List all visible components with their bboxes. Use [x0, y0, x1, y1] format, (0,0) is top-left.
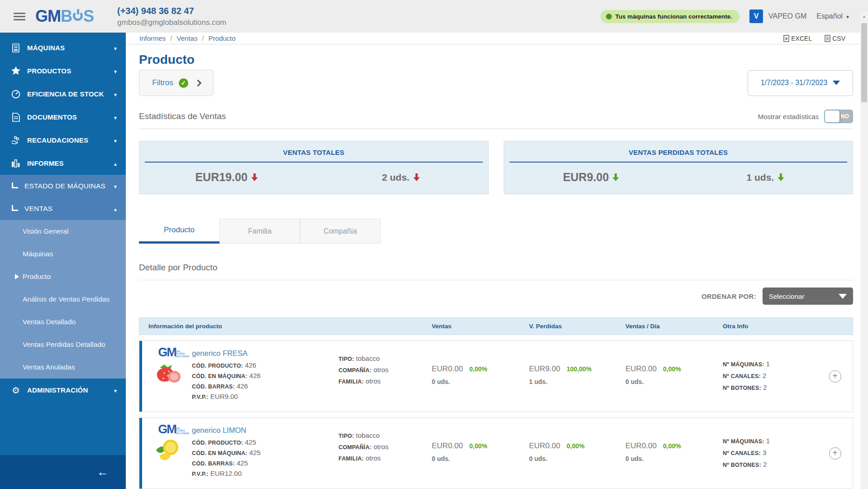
document-icon	[10, 113, 22, 122]
sidebar-item-label: INFORMES	[27, 159, 113, 167]
col-informacion: Información del producto	[139, 323, 432, 330]
language-label: Español	[816, 12, 843, 20]
chevron-up-icon	[113, 205, 118, 213]
sort-by-label: ORDENAR POR:	[701, 292, 756, 300]
sublevel-icon	[12, 182, 18, 188]
sidebar-item-estado-de-maquinas[interactable]: ESTADO DE MÁQUINAS	[0, 175, 126, 197]
perdidas-cell: EUR9.00100,00% 1 uds.	[529, 341, 625, 412]
sidebar-item-administracion[interactable]: ⚙ ADMINISTRACIÓN	[0, 379, 126, 402]
ventas-totales-card: VENTAS TOTALES EUR19.00 2 uds.	[139, 141, 489, 194]
scrollbar[interactable]	[860, 11, 868, 489]
sort-by-value: Seleccionar	[769, 292, 804, 300]
show-stats-toggle[interactable]: NO	[824, 110, 853, 123]
machine-status-badge: Tus máquinas funcionan correctamente.	[601, 10, 740, 23]
chevron-down-icon	[113, 113, 118, 121]
sidebar-item-ventas[interactable]: VENTAS	[0, 197, 126, 220]
cod-barras-value: 426	[237, 382, 248, 390]
collapse-sidebar-icon[interactable]: ←	[97, 465, 109, 479]
sidebar-item-ventas-detallado[interactable]: Ventas Detallado	[0, 311, 126, 333]
table-header: Información del producto Ventas V. Perdi…	[139, 317, 853, 335]
export-csv-button[interactable]: CSV	[825, 35, 845, 42]
strawberry-image	[151, 360, 183, 388]
sidebar-item-ventas-perdidas-detallado[interactable]: Ventas Perdidas Detallado	[0, 333, 126, 356]
chevron-down-icon	[113, 90, 118, 98]
chevron-down-icon	[113, 136, 118, 144]
email-address: gmbos@gmglobalsolutions.com	[117, 18, 226, 27]
gm-brand-logo: GMGM GLOBAL SOLUTIONS	[158, 423, 176, 436]
sidebar-spacer	[0, 402, 126, 455]
active-item-arrow-icon	[15, 274, 19, 279]
chevron-up-icon	[113, 159, 118, 168]
sidebar-item-label: ADMINISTRACIÓN	[27, 386, 113, 394]
breadcrumb-informes[interactable]: Informes	[139, 34, 166, 42]
trend-down-icon	[777, 173, 784, 181]
sidebar-item-ventas-anuladas[interactable]: Ventas Anuladas	[0, 356, 126, 379]
ventas-perdidas-card: VENTAS PERDIDAS TOTALES EUR9.00 1 uds.	[504, 141, 854, 194]
sort-by-dropdown[interactable]: Seleccionar	[763, 288, 853, 305]
app-logo[interactable]: GMBS	[35, 7, 94, 26]
expand-row-button[interactable]	[829, 447, 841, 460]
sidebar-item-eficiencia-de-stock[interactable]: EFICIENCIA DE STOCK	[0, 82, 126, 105]
sidebar-item-label: RECAUDACIONES	[27, 136, 113, 144]
expand-row-button[interactable]	[829, 370, 841, 383]
chevron-down-icon	[845, 12, 850, 20]
sidebar-item-informes[interactable]: INFORMES	[0, 152, 126, 175]
sidebar-item-productos[interactable]: PRODUCTOS	[0, 59, 126, 82]
export-excel-button[interactable]: EXCEL	[783, 35, 812, 42]
filters-button[interactable]: Filtros	[139, 70, 214, 96]
sidebar-item-label: VENTAS	[24, 205, 113, 213]
sidebar-item-recaudaciones[interactable]: RECAUDACIONES	[0, 129, 126, 152]
chevron-right-icon	[194, 79, 201, 86]
card-title: VENTAS TOTALES	[139, 149, 488, 156]
cod-maquina-value: 426	[249, 372, 261, 379]
scrollbar-up-arrow[interactable]	[860, 11, 868, 19]
page-title: Producto	[139, 53, 853, 67]
sidebar-item-label: EFICIENCIA DE STOCK	[27, 90, 113, 98]
sidebar-item-label: ESTADO DE MÁQUINAS	[24, 182, 113, 190]
ventas-submenu: Visión General Máquinas Producto Análisi…	[0, 220, 126, 379]
cod-producto-value: 425	[245, 438, 256, 446]
breadcrumb: Informes / Ventas / Producto	[139, 34, 236, 42]
sidebar-item-producto[interactable]: Producto	[0, 265, 126, 288]
sidebar-item-maquinas-sub[interactable]: Máquinas	[0, 243, 126, 265]
ventas-dia-cell: EUR0.000,00% 0 uds.	[625, 341, 723, 412]
scrollbar-thumb[interactable]	[861, 23, 867, 102]
top-header: GMBS (+34) 948 36 82 47 gmbos@gmglobalso…	[0, 0, 868, 33]
phone-number: (+34) 948 36 82 47	[117, 6, 226, 16]
account-name[interactable]: VAPEO GM	[768, 12, 806, 20]
date-range-value: 1/7/2023 - 31/7/2023	[761, 79, 828, 87]
sidebar-footer: ←	[0, 455, 126, 489]
hand-coins-icon	[10, 136, 22, 145]
lost-sales-units: 1 uds.	[747, 172, 774, 183]
tab-producto[interactable]: Producto	[139, 219, 219, 244]
product-name[interactable]: generico FRESA	[192, 349, 339, 358]
toggle-state: NO	[841, 113, 852, 120]
logo-text-s: S	[83, 7, 94, 26]
sublevel-icon	[12, 205, 18, 211]
sidebar-item-label: MÁQUINAS	[27, 44, 113, 52]
csv-file-icon	[825, 35, 830, 42]
avatar[interactable]: V	[749, 10, 763, 23]
chevron-down-icon	[113, 386, 118, 394]
sidebar-item-analisis-ventas-perdidas[interactable]: Análisis de Ventas Perdidas	[0, 288, 126, 311]
date-range-selector[interactable]: 1/7/2023 - 31/7/2023	[748, 70, 853, 96]
otra-info-cell: Nº MÁQUINAS: 1 Nº CANALES: 2 Nº BOTONES:…	[723, 341, 824, 412]
tab-compania[interactable]: Compañía	[300, 219, 381, 244]
language-selector[interactable]: Español	[816, 12, 850, 20]
sidebar-item-documentos[interactable]: DOCUMENTOS	[0, 105, 126, 129]
sidebar-item-vision-general[interactable]: Visión General	[0, 220, 126, 243]
check-circle-icon	[179, 78, 188, 88]
show-stats-label: Mostrar estadísticas	[758, 113, 819, 120]
breadcrumb-ventas[interactable]: Ventas	[177, 34, 198, 42]
total-sales-amount: EUR19.00	[195, 171, 247, 184]
hamburger-menu-icon[interactable]	[14, 11, 25, 22]
product-name[interactable]: generico LIMON	[192, 426, 339, 435]
tipo-value: tobacco	[356, 355, 380, 362]
card-divider	[510, 162, 848, 163]
bar-chart-icon	[10, 159, 22, 168]
star-icon	[10, 66, 22, 76]
sidebar-item-label: DOCUMENTOS	[27, 113, 113, 121]
sidebar-item-maquinas[interactable]: MÁQUINAS	[0, 36, 126, 59]
compania-value: otros	[373, 443, 388, 451]
tab-familia[interactable]: Familia	[219, 219, 300, 244]
